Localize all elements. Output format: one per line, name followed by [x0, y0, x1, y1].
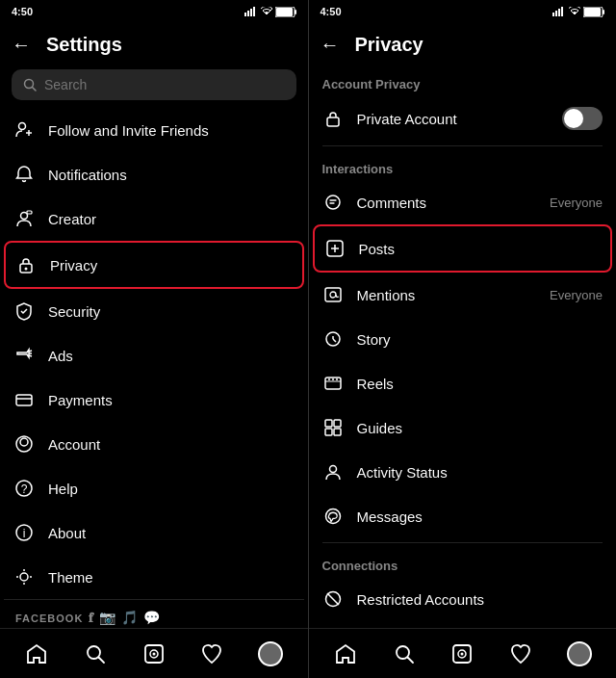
comments-icon	[322, 192, 344, 213]
svg-rect-40	[561, 7, 563, 16]
nav-search-left[interactable]	[74, 633, 116, 675]
security-label: Security	[48, 303, 100, 320]
privacy-item-activity-status[interactable]: Activity Status	[313, 450, 613, 494]
private-account-toggle[interactable]	[562, 107, 603, 130]
privacy-item-blocked[interactable]: Blocked Accounts	[313, 621, 613, 628]
story-label: Story	[357, 331, 603, 348]
signal-icon-right	[552, 7, 566, 16]
privacy-item-private-account[interactable]: Private Account	[313, 95, 613, 142]
creator-icon	[13, 208, 35, 229]
svg-rect-62	[334, 429, 341, 435]
settings-item-creator[interactable]: Creator	[4, 196, 304, 241]
search-bar[interactable]	[12, 69, 296, 100]
battery-icon-right	[583, 7, 604, 17]
svg-rect-0	[244, 13, 246, 16]
search-icon	[23, 78, 37, 91]
privacy-item-reels[interactable]: Reels	[313, 361, 613, 405]
search-input[interactable]	[44, 77, 285, 92]
settings-item-help[interactable]: ? Help	[4, 466, 304, 510]
avatar-left	[258, 641, 283, 666]
nav-heart-right[interactable]	[500, 633, 542, 675]
nav-reels-right[interactable]	[441, 633, 483, 675]
story-icon	[322, 328, 344, 350]
settings-item-account[interactable]: Account	[4, 422, 304, 466]
svg-point-15	[25, 268, 28, 271]
svg-rect-42	[584, 8, 601, 16]
facebook-title: FACEBOOK 𝐟 📷 🎵 💬	[15, 610, 293, 626]
svg-rect-6	[295, 10, 296, 14]
shield-icon	[13, 300, 35, 322]
privacy-item-restricted[interactable]: Restricted Accounts	[313, 577, 613, 621]
status-icons-right	[552, 7, 604, 17]
settings-item-security[interactable]: Security	[4, 289, 304, 333]
svg-point-57	[332, 378, 334, 380]
nav-heart-left[interactable]	[191, 633, 233, 675]
settings-item-ads[interactable]: Ads	[4, 333, 304, 378]
privacy-label: Privacy	[50, 257, 97, 274]
ads-label: Ads	[48, 348, 73, 364]
theme-icon	[13, 566, 35, 587]
privacy-item-messages[interactable]: Messages	[313, 494, 613, 538]
privacy-item-story[interactable]: Story	[313, 317, 613, 361]
privacy-list: Account Privacy Private Account Interact…	[309, 65, 617, 628]
status-bar-right: 4:50	[309, 0, 617, 23]
nav-reels-left[interactable]	[133, 633, 175, 675]
privacy-item-mentions[interactable]: Mentions Everyone	[313, 273, 613, 317]
settings-item-theme[interactable]: Theme	[4, 555, 304, 599]
svg-line-66	[327, 593, 339, 605]
svg-text:?: ?	[21, 482, 28, 496]
help-icon: ?	[13, 478, 35, 499]
svg-line-53	[333, 339, 336, 342]
help-label: Help	[48, 481, 78, 497]
settings-item-follow[interactable]: Follow and Invite Friends	[4, 108, 304, 152]
section-connections: Connections	[313, 547, 613, 577]
svg-point-64	[325, 509, 340, 524]
privacy-item-guides[interactable]: Guides	[313, 405, 613, 450]
settings-item-notifications[interactable]: Notifications	[4, 152, 304, 196]
divider-1	[322, 145, 603, 146]
left-panel: 4:50 ← Settings Follow and Invite Friend…	[0, 0, 308, 678]
follow-icon	[13, 119, 35, 141]
creator-label: Creator	[48, 211, 96, 227]
svg-rect-43	[603, 10, 604, 14]
restricted-icon	[322, 588, 344, 610]
settings-item-privacy[interactable]: Privacy	[4, 241, 304, 289]
svg-rect-2	[250, 9, 252, 16]
section-interactions: Interactions	[313, 150, 613, 180]
svg-line-17	[29, 355, 32, 356]
nav-avatar-left[interactable]	[249, 633, 292, 675]
settings-item-about[interactable]: i About	[4, 510, 304, 555]
svg-line-33	[99, 657, 105, 663]
wifi-icon	[261, 7, 272, 16]
settings-item-payments[interactable]: Payments	[4, 378, 304, 422]
theme-label: Theme	[48, 569, 93, 586]
back-button-left[interactable]: ←	[12, 34, 31, 56]
nav-home-right[interactable]	[324, 633, 367, 675]
svg-point-27	[20, 573, 28, 581]
restricted-label: Restricted Accounts	[357, 591, 603, 608]
svg-point-9	[19, 123, 26, 130]
ads-icon	[13, 345, 35, 366]
activity-status-label: Activity Status	[357, 464, 603, 481]
nav-search-right[interactable]	[383, 633, 425, 675]
svg-point-45	[326, 196, 340, 209]
svg-rect-19	[16, 395, 32, 405]
divider-2	[322, 542, 603, 543]
privacy-item-posts[interactable]: Posts	[313, 224, 613, 273]
svg-point-56	[328, 378, 330, 380]
back-button-right[interactable]: ←	[321, 34, 340, 56]
svg-rect-5	[276, 8, 293, 16]
mentions-label: Mentions	[357, 287, 537, 303]
notifications-label: Notifications	[48, 167, 127, 183]
privacy-item-comments[interactable]: Comments Everyone	[313, 180, 613, 224]
reels-icon	[322, 373, 344, 394]
nav-avatar-right[interactable]	[558, 633, 601, 675]
mentions-sub: Everyone	[550, 288, 603, 302]
right-panel: 4:50 ← Privacy Account Privacy Private A…	[309, 0, 617, 678]
nav-home-left[interactable]	[15, 633, 58, 675]
status-bar-left: 4:50	[0, 0, 308, 23]
svg-rect-61	[325, 429, 332, 435]
svg-rect-13	[27, 211, 32, 214]
svg-point-12	[21, 213, 28, 220]
wifi-icon-right	[569, 7, 580, 16]
